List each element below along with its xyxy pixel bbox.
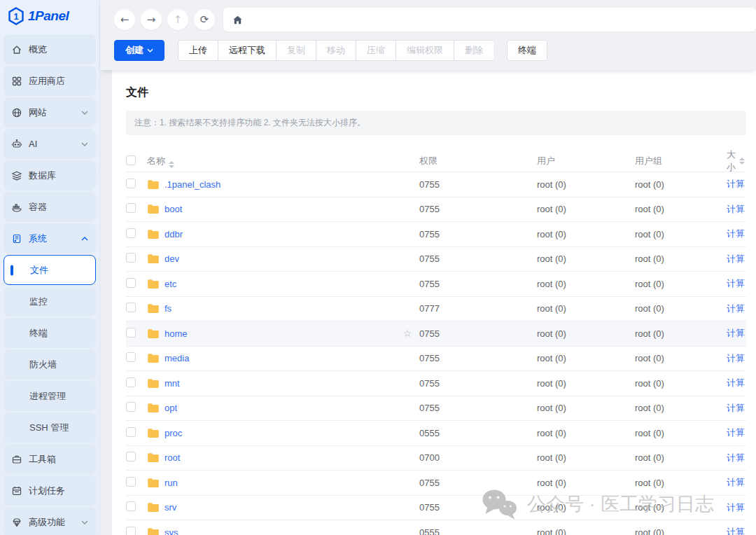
folder-name-link[interactable]: home <box>164 328 188 339</box>
row-checkbox[interactable] <box>126 303 136 312</box>
folder-name-link[interactable]: run <box>164 478 178 488</box>
row-checkbox[interactable] <box>126 179 136 188</box>
row-checkbox[interactable] <box>126 328 136 338</box>
sidebar-item-cron[interactable]: 计划任务 <box>4 475 96 506</box>
up-arrow-icon: ↑ <box>174 13 183 26</box>
forward-arrow-icon: → <box>147 13 156 26</box>
path-address-bar[interactable] <box>223 8 756 32</box>
user-cell: root (0) <box>537 279 635 289</box>
calculate-size-link[interactable]: 计算 <box>727 278 745 289</box>
back-button[interactable]: ← <box>114 9 135 30</box>
folder-name-link[interactable]: opt <box>164 403 177 413</box>
column-header-name[interactable]: 名称 <box>147 155 396 168</box>
row-checkbox[interactable] <box>126 427 136 437</box>
sidebar-item-overview[interactable]: 概览 <box>4 34 96 64</box>
folder-name-link[interactable]: mnt <box>164 378 180 389</box>
row-checkbox[interactable] <box>126 352 136 362</box>
folder-name-link[interactable]: .1panel_clash <box>164 179 220 190</box>
folder-icon <box>147 353 160 363</box>
row-checkbox[interactable] <box>126 477 136 487</box>
sidebar-menu: 概览 应用商店 网站 AI 数据库 容器 <box>0 32 99 535</box>
sidebar-item-label: AI <box>29 139 37 149</box>
folder-name-link[interactable]: srv <box>164 502 176 513</box>
file-action-button[interactable]: 压缩 <box>356 40 396 61</box>
calculate-size-link[interactable]: 计算 <box>727 427 745 438</box>
file-action-label: 删除 <box>465 44 483 57</box>
forward-button[interactable]: → <box>141 9 162 30</box>
calculate-size-link[interactable]: 计算 <box>727 403 745 413</box>
row-checkbox[interactable] <box>126 228 136 238</box>
select-all-checkbox[interactable] <box>126 155 136 165</box>
sidebar-item-ai[interactable]: AI <box>4 129 96 159</box>
calculate-size-link[interactable]: 计算 <box>727 303 745 314</box>
folder-name-link[interactable]: root <box>164 452 180 463</box>
row-checkbox[interactable] <box>126 253 136 263</box>
folder-name-link[interactable]: etc <box>164 279 176 289</box>
sidebar-item-files[interactable]: 文件 <box>4 255 96 285</box>
table-row: fs 0777 root (0) root (0) 计算 <box>126 297 746 322</box>
folder-name-link[interactable]: dev <box>164 253 179 264</box>
table-row: etc 0755 root (0) root (0) 计算 <box>126 272 746 297</box>
calculate-size-link[interactable]: 计算 <box>727 353 745 363</box>
calculate-size-link[interactable]: 计算 <box>727 477 745 487</box>
calculate-size-link[interactable]: 计算 <box>727 452 745 463</box>
user-cell: root (0) <box>537 229 635 239</box>
sidebar-item-database[interactable]: 数据库 <box>4 160 96 190</box>
calculate-size-link[interactable]: 计算 <box>727 502 745 513</box>
calculate-size-link[interactable]: 计算 <box>727 228 745 239</box>
sidebar-item-container[interactable]: 容器 <box>4 192 96 222</box>
row-checkbox[interactable] <box>126 501 136 511</box>
sidebar-item-toolbox[interactable]: 工具箱 <box>4 444 96 474</box>
column-header-size[interactable]: 大小 <box>726 148 746 174</box>
sidebar-item-ssh[interactable]: SSH 管理 <box>4 412 96 443</box>
refresh-button[interactable]: ⟳ <box>194 9 215 30</box>
create-button[interactable]: 创建 <box>114 40 164 61</box>
file-action-button[interactable]: 编辑权限 <box>396 40 454 61</box>
sidebar-item-firewall[interactable]: 防火墙 <box>4 349 96 380</box>
calculate-size-link[interactable]: 计算 <box>727 204 745 214</box>
file-action-button[interactable]: 移动 <box>316 40 356 61</box>
sidebar-item-appstore[interactable]: 应用商店 <box>4 66 96 96</box>
file-action-button[interactable]: 上传 <box>178 40 218 61</box>
row-checkbox[interactable] <box>126 452 136 461</box>
sidebar-item-system[interactable]: 系统 <box>4 223 96 253</box>
folder-name-link[interactable]: media <box>164 353 189 363</box>
folder-name-link[interactable]: fs <box>164 303 172 314</box>
file-action-button[interactable]: 复制 <box>276 40 316 61</box>
sidebar-item-label: 工具箱 <box>29 453 56 466</box>
file-action-button[interactable]: 远程下载 <box>218 40 276 61</box>
calculate-size-link[interactable]: 计算 <box>727 328 745 338</box>
favorite-star-icon[interactable]: ☆ <box>403 328 412 339</box>
calculate-size-link[interactable]: 计算 <box>727 179 745 189</box>
folder-name-link[interactable]: proc <box>164 428 182 438</box>
file-action-label: 复制 <box>287 44 305 57</box>
file-action-button[interactable]: 删除 <box>454 40 493 61</box>
folder-name-link[interactable]: boot <box>164 204 182 214</box>
calculate-size-link[interactable]: 计算 <box>727 527 745 535</box>
chevron-down-icon <box>81 111 88 115</box>
permission-cell: 0700 <box>419 452 537 463</box>
folder-name-link[interactable]: sys <box>164 527 178 535</box>
terminal-button[interactable]: 终端 <box>507 40 547 61</box>
calculate-size-link[interactable]: 计算 <box>727 253 745 264</box>
folder-icon <box>147 253 160 264</box>
row-checkbox[interactable] <box>126 527 136 535</box>
main-area: ← → ↑ ⟳ 创建 上传 远程下载 <box>100 0 756 535</box>
permission-cell: 0755 <box>419 204 537 214</box>
row-checkbox[interactable] <box>126 278 136 288</box>
group-cell: root (0) <box>635 502 726 513</box>
sidebar-item-website[interactable]: 网站 <box>4 97 96 127</box>
folder-name-link[interactable]: ddbr <box>164 229 183 239</box>
file-action-group: 上传 远程下载 复制 移动 压缩 编辑权限 删除 <box>178 40 493 61</box>
sidebar-item-label: 概览 <box>29 43 47 56</box>
calculate-size-link[interactable]: 计算 <box>727 377 745 388</box>
row-checkbox[interactable] <box>126 402 136 412</box>
sidebar-item-monitor[interactable]: 监控 <box>4 286 96 317</box>
sidebar-item-advanced[interactable]: 高级功能 <box>4 507 96 535</box>
row-checkbox[interactable] <box>126 203 136 213</box>
up-button[interactable]: ↑ <box>167 9 188 30</box>
sidebar-item-process[interactable]: 进程管理 <box>4 381 96 411</box>
sidebar-item-terminal[interactable]: 终端 <box>4 318 96 348</box>
home-icon <box>11 44 22 55</box>
row-checkbox[interactable] <box>126 377 136 387</box>
